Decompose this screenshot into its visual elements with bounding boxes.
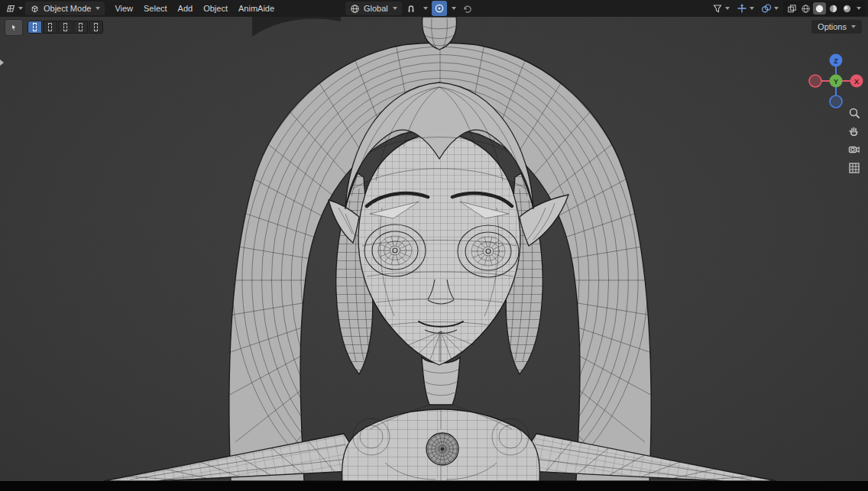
axis-z-label: Z [834,57,838,65]
xray-toggle[interactable] [785,2,798,15]
object-visibility-dropdown[interactable] [710,1,732,16]
select-box-invert-icon [79,23,83,31]
navigation-axis-gizmo[interactable]: Z X Y [807,52,865,110]
shading-wireframe-button[interactable] [799,2,812,15]
chevron-down-icon [774,7,779,10]
orientation-label: Global [364,4,388,13]
select-box-intersect-icon [94,23,98,31]
object-mode-icon [30,4,40,14]
shading-rendered-button[interactable] [840,2,853,15]
camera-view-button[interactable] [848,144,860,156]
chevron-down-icon [393,7,397,10]
shading-mode-group [783,1,865,16]
shading-settings-dropdown[interactable] [854,2,863,15]
snap-settings-dropdown[interactable] [420,1,430,16]
overlays-icon [761,3,772,14]
select-mode-toolbar [28,21,103,34]
shading-material-button[interactable] [827,2,840,15]
chevron-down-icon [96,7,100,10]
proportional-editing-toggle[interactable] [432,1,447,16]
xray-icon [787,4,797,14]
curved-arrow-icon [462,3,473,14]
chevron-down-icon [725,7,730,10]
header-right-group [710,0,865,17]
character-model [104,17,776,481]
toolbar-expand-arrow-icon[interactable] [0,60,4,66]
options-dropdown[interactable]: Options [811,20,862,34]
face [358,133,520,365]
chevron-down-icon [750,7,754,10]
select-box-extend-button[interactable] [43,21,57,34]
viewport-3d[interactable]: Z X Y [0,17,868,481]
shading-solid-button[interactable] [813,2,826,15]
show-gizmos-dropdown[interactable] [734,1,756,16]
magnet-icon [406,3,416,14]
annotate-tool-button[interactable] [460,1,475,16]
overlays-dropdown[interactable] [759,1,781,16]
zoom-magnifier-icon [848,107,860,119]
axis-x-label: X [854,78,859,86]
chevron-down-icon [18,7,23,10]
mode-selector[interactable]: Object Mode [25,2,105,15]
viewport-header: Object Mode View Select Add Object AnimA… [0,0,868,17]
select-box-new-button[interactable] [28,21,42,34]
mode-label: Object Mode [44,4,91,13]
chevron-down-icon [857,7,861,10]
pan-hand-icon [848,125,860,137]
blender-window: Object Mode View Select Add Object AnimA… [0,0,868,491]
select-box-subtract-icon [63,23,67,31]
orthographic-toggle-button[interactable] [848,162,860,174]
rendered-sphere-icon [842,4,852,14]
select-box-invert-button[interactable] [73,21,88,34]
menu-view[interactable]: View [109,0,138,17]
menu-animaide[interactable]: AnimAide [233,0,280,17]
funnel-icon [712,3,723,14]
chest-medallion [426,433,458,465]
hair-spike-top [252,17,341,37]
snap-toggle[interactable] [403,1,419,16]
header-left-group: Object Mode View Select Add Object AnimA… [3,0,280,17]
header-center-group: Global [345,0,475,17]
select-box-intersect-button[interactable] [89,21,103,34]
chevron-down-icon [423,7,428,10]
tweak-cursor-icon [10,22,18,33]
solid-sphere-icon [815,4,824,14]
select-box-icon [33,23,37,31]
zoom-button[interactable] [848,107,860,119]
options-label: Options [818,22,847,31]
proportional-circle-icon [434,3,445,14]
editor-3d-viewport-icon [5,3,16,14]
chevron-down-icon [851,25,856,28]
pan-button[interactable] [848,125,860,137]
bottom-editor-strip [0,481,868,491]
grid-icon [848,162,860,174]
wireframe-sphere-icon [801,4,811,14]
proportional-falloff-dropdown[interactable] [449,1,458,16]
select-box-subtract-button[interactable] [58,21,73,34]
axis-x-negative[interactable] [809,75,821,87]
viewport-canvas[interactable] [0,17,868,481]
viewport-nav-buttons [848,107,860,174]
select-box-extend-icon [48,23,52,31]
menu-add[interactable]: Add [173,0,199,17]
editor-type-button[interactable] [3,1,25,16]
menu-bar: View Select Add Object AnimAide [109,0,280,17]
camera-icon [848,144,860,156]
material-sphere-icon [828,4,838,14]
menu-select[interactable]: Select [138,0,173,17]
active-tool-button[interactable] [5,19,23,36]
transform-orientation-selector[interactable]: Global [345,2,402,15]
gizmo-compass-icon [737,3,747,14]
chevron-down-icon [452,7,456,10]
axis-z-negative[interactable] [830,95,842,108]
globe-icon [350,4,360,14]
menu-object[interactable]: Object [198,0,233,17]
axis-y-label: Y [834,78,838,86]
